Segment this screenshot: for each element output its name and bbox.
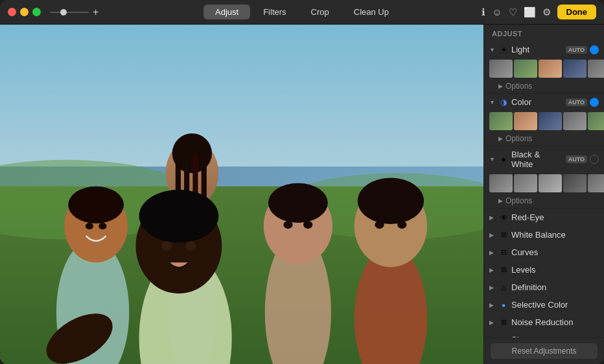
noise-reduction-chevron-icon: ▶ (489, 319, 496, 326)
zoom-slider-area: + (50, 6, 99, 18)
emoji-icon[interactable]: ☺ (492, 6, 502, 17)
light-thumbnails (484, 58, 604, 80)
curves-chevron-icon: ▶ (489, 249, 496, 256)
photo-area (0, 25, 483, 364)
color-toggle[interactable] (590, 98, 599, 107)
tools-icon[interactable]: ⚙ (542, 6, 551, 18)
maximize-button[interactable] (32, 8, 41, 16)
bw-thumbnails (484, 172, 604, 195)
nav-tabs: Adjust Filters Crop Clean Up (203, 5, 401, 19)
section-light: ▼ ☀ Light AUTO ▶ Options (484, 41, 604, 94)
light-toggle[interactable] (590, 45, 599, 54)
light-thumb-5[interactable] (588, 60, 604, 78)
zoom-plus-button[interactable]: + (93, 6, 99, 18)
levels-icon: ⊞ (498, 266, 509, 274)
close-button[interactable] (8, 8, 16, 16)
info-icon[interactable]: ℹ (482, 6, 485, 18)
white-balance-icon: ⊞ (498, 231, 509, 239)
bw-chevron-icon: ▼ (489, 156, 496, 163)
right-panel: ADJUST ▼ ☀ Light AUTO (483, 25, 604, 364)
light-options-chevron-icon: ▶ (498, 83, 503, 89)
row-white-balance[interactable]: ▶ ⊞ White Balance (484, 226, 604, 244)
curves-icon: ⊟ (498, 248, 509, 256)
bw-label: Black & White (511, 150, 563, 169)
bw-options-row[interactable]: ▶ Options (484, 195, 604, 208)
color-thumb-1[interactable] (489, 112, 513, 130)
tab-crop[interactable]: Crop (299, 5, 341, 19)
light-sun-icon: ☀ (498, 45, 509, 54)
color-thumb-4[interactable] (563, 112, 587, 130)
red-eye-icon: 👁 (498, 214, 509, 222)
share-icon[interactable]: ⬜ (524, 6, 536, 18)
definition-chevron-icon: ▶ (489, 284, 496, 291)
color-options-row[interactable]: ▶ Options (484, 133, 604, 146)
bw-thumb-5[interactable] (588, 174, 604, 192)
bw-options-label: Options (505, 196, 532, 205)
red-eye-chevron-icon: ▶ (489, 214, 496, 221)
row-curves[interactable]: ▶ ⊟ Curves (484, 244, 604, 261)
panel-header: ADJUST (484, 25, 604, 41)
row-selective-color[interactable]: ▶ ● Selective Color (484, 296, 604, 313)
section-color: ▼ ◑ Color AUTO ▶ Options (484, 94, 604, 146)
levels-label: Levels (511, 265, 599, 275)
color-auto-badge[interactable]: AUTO (566, 98, 587, 106)
section-light-header[interactable]: ▼ ☀ Light AUTO (484, 41, 604, 58)
light-thumb-2[interactable] (514, 60, 537, 78)
white-balance-chevron-icon: ▶ (489, 232, 496, 238)
bw-toggle[interactable] (590, 155, 599, 164)
color-icon: ◑ (498, 98, 509, 107)
definition-icon: △ (498, 283, 509, 291)
bw-auto-badge[interactable]: AUTO (566, 155, 587, 163)
color-label: Color (511, 97, 563, 107)
light-label: Light (511, 45, 563, 54)
selective-color-chevron-icon: ▶ (489, 302, 496, 308)
row-noise-reduction[interactable]: ▶ ⊞ Noise Reduction (484, 313, 604, 331)
color-chevron-icon: ▼ (489, 99, 496, 106)
light-options-label: Options (505, 82, 532, 91)
light-thumb-1[interactable] (489, 60, 513, 78)
tab-cleanup[interactable]: Clean Up (342, 5, 401, 19)
zoom-slider-thumb[interactable] (60, 9, 67, 16)
selective-color-label: Selective Color (511, 300, 599, 310)
bw-thumb-4[interactable] (563, 174, 587, 192)
row-levels[interactable]: ▶ ⊞ Levels (484, 261, 604, 279)
noise-reduction-label: Noise Reduction (511, 317, 599, 327)
color-thumb-2[interactable] (514, 112, 537, 130)
tab-adjust[interactable]: Adjust (203, 5, 250, 19)
light-thumb-3[interactable] (539, 60, 562, 78)
definition-label: Definition (511, 282, 599, 292)
tab-filters[interactable]: Filters (251, 5, 297, 19)
row-definition[interactable]: ▶ △ Definition (484, 279, 604, 296)
light-chevron-icon: ▼ (489, 47, 496, 53)
section-bw: ▼ ● Black & White AUTO ▶ Options (484, 146, 604, 209)
color-thumb-5[interactable] (588, 112, 604, 130)
svg-rect-33 (0, 25, 483, 364)
section-bw-header[interactable]: ▼ ● Black & White AUTO (484, 146, 604, 172)
section-color-header[interactable]: ▼ ◑ Color AUTO (484, 94, 604, 110)
zoom-slider[interactable] (50, 12, 89, 13)
bw-options-chevron-icon: ▶ (498, 198, 503, 204)
levels-chevron-icon: ▶ (489, 267, 496, 273)
minimize-button[interactable] (20, 8, 29, 16)
curves-label: Curves (511, 247, 599, 257)
white-balance-label: White Balance (511, 230, 599, 240)
color-thumbnails (484, 110, 604, 133)
light-thumb-4[interactable] (563, 60, 587, 78)
title-right-area: ℹ ☺ ♡ ⬜ ⚙ Done (482, 5, 596, 19)
color-thumb-3[interactable] (539, 112, 562, 130)
bw-thumb-1[interactable] (489, 174, 513, 192)
reset-adjustments-button[interactable]: Reset Adjustments (491, 343, 598, 359)
noise-reduction-icon: ⊞ (498, 318, 509, 326)
bw-thumb-3[interactable] (539, 174, 562, 192)
reset-btn-area: Reset Adjustments (484, 337, 604, 364)
light-auto-badge[interactable]: AUTO (566, 46, 587, 54)
traffic-lights (8, 8, 41, 16)
color-options-label: Options (505, 134, 532, 143)
bw-thumb-2[interactable] (514, 174, 537, 192)
titlebar: + Adjust Filters Crop Clean Up ℹ ☺ ♡ ⬜ ⚙… (0, 0, 604, 25)
row-sharpen[interactable]: ▶ ▲ Sharpen (484, 331, 604, 337)
light-options-row[interactable]: ▶ Options (484, 80, 604, 93)
row-red-eye[interactable]: ▶ 👁 Red-Eye (484, 209, 604, 226)
done-button[interactable]: Done (557, 5, 597, 19)
heart-icon[interactable]: ♡ (509, 6, 517, 18)
